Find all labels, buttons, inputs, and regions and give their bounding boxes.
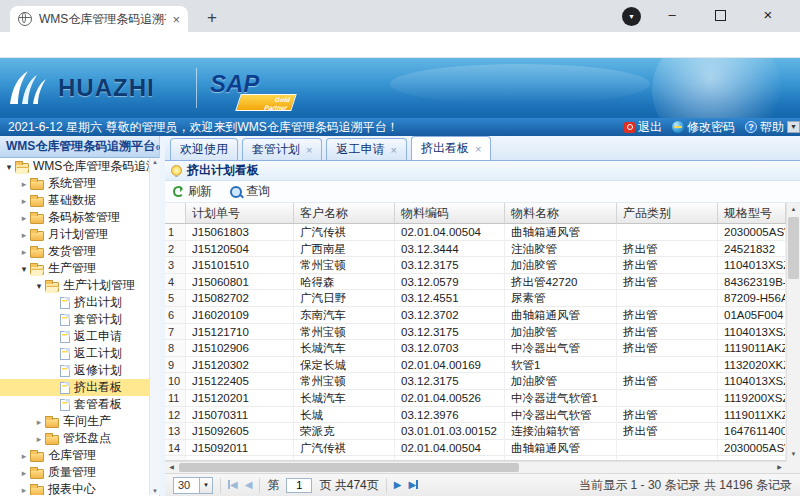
table-row[interactable]: 12J15070311长城03.12.3976中冷器出气软管挤出管1119011… xyxy=(165,407,786,424)
table-row[interactable]: 8J15102906长城汽车03.12.0703中冷器出气管挤出管1119011… xyxy=(165,340,786,357)
grid-header-产品类别[interactable]: 产品类别 xyxy=(617,203,718,224)
panel-title-bar: 挤出计划看板 xyxy=(165,161,800,181)
browser-tab-title: WMS仓库管理条码追溯平台 xyxy=(39,11,166,28)
query-button[interactable]: 查询 xyxy=(230,183,270,200)
tree-item-月计划管理[interactable]: ▸月计划管理 xyxy=(0,226,149,243)
row-number: 1 xyxy=(165,224,186,241)
tree-expander-icon[interactable]: ▾ xyxy=(3,162,15,172)
document-tab-挤出看板[interactable]: 挤出看板× xyxy=(411,136,491,160)
document-tab-返工申请[interactable]: 返工申请× xyxy=(326,138,406,160)
folder-icon xyxy=(30,486,44,496)
table-cell: 注油胶管 xyxy=(505,241,617,258)
tab-close-icon[interactable]: × xyxy=(306,144,312,156)
tab-close-icon[interactable]: × xyxy=(172,12,180,27)
scroll-right-icon[interactable]: ▶ xyxy=(773,462,786,473)
tree-item-套管看板[interactable]: 套管看板 xyxy=(0,396,149,413)
tree-item-车间生产[interactable]: ▸车间生产 xyxy=(0,413,149,430)
table-cell: 长城 xyxy=(294,407,395,424)
tree-item-生产计划管理[interactable]: ▾生产计划管理 xyxy=(0,277,149,294)
last-page-button[interactable]: ▶ xyxy=(408,477,418,493)
table-row[interactable]: 7J15121710常州宝顿03.12.3175加油胶管挤出管1104013XS… xyxy=(165,324,786,341)
window-minimize-button[interactable]: – xyxy=(652,0,692,30)
refresh-button[interactable]: 刷新 xyxy=(173,183,212,200)
tree-item-label: 发货管理 xyxy=(48,243,96,260)
tree-item-报表中心[interactable]: ▸报表中心 xyxy=(0,481,149,495)
new-tab-button[interactable]: + xyxy=(200,6,224,30)
tree-item-基础数据[interactable]: ▸基础数据 xyxy=(0,192,149,209)
tree-item-管坯盘点[interactable]: ▸管坯盘点 xyxy=(0,430,149,447)
grid-header-物料编码[interactable]: 物料编码 xyxy=(395,203,505,224)
header-collapse-button[interactable]: ▼ xyxy=(787,121,800,133)
help-button[interactable]: ? 帮助 xyxy=(745,118,784,136)
horizontal-scrollbar[interactable]: ◀ ▶ xyxy=(165,461,786,473)
table-row[interactable]: 13J15092605荣派克03.01.01.03.00152连接油箱软管挤出管… xyxy=(165,423,786,440)
change-password-button[interactable]: 修改密码 xyxy=(672,118,735,136)
vertical-scrollbar[interactable]: ▲ ▼ xyxy=(786,203,800,461)
search-icon xyxy=(230,186,242,198)
tree-expander-icon[interactable]: ▸ xyxy=(18,247,30,257)
tree-expander-icon[interactable]: ▸ xyxy=(18,196,30,206)
tab-close-icon[interactable]: × xyxy=(390,144,396,156)
window-maximize-button[interactable] xyxy=(700,0,740,30)
table-row[interactable]: 14J15092011广汽传祺02.01.04.00504曲轴箱通风管20300… xyxy=(165,440,786,457)
tree-item-套管计划[interactable]: 套管计划 xyxy=(0,311,149,328)
table-row[interactable]: 3J15101510常州宝顿03.12.3175加油胶管挤出管1104013XS… xyxy=(165,257,786,274)
grid-header-客户名称[interactable]: 客户名称 xyxy=(294,203,395,224)
table-cell: 挤出管 xyxy=(617,324,718,341)
page-number-input[interactable] xyxy=(286,478,312,493)
browser-tab[interactable]: WMS仓库管理条码追溯平台 × xyxy=(10,6,188,32)
tree-expander-icon[interactable]: ▾ xyxy=(18,264,30,274)
tree-expander-icon[interactable]: ▸ xyxy=(18,485,30,495)
logout-button[interactable]: 退出 xyxy=(624,118,662,136)
table-row[interactable]: 4J15060801哈得森03.12.0579挤出管42720挤出管843623… xyxy=(165,274,786,291)
document-tab-欢迎使用[interactable]: 欢迎使用 xyxy=(170,138,238,160)
page-size-select[interactable]: 30 ▼ xyxy=(173,477,213,494)
table-row[interactable]: 11J15120201长城汽车02.01.04.00526中冷器进气软管1111… xyxy=(165,390,786,407)
doc-icon xyxy=(60,314,70,326)
first-page-button[interactable]: ◀ xyxy=(228,477,238,493)
vertical-scrollbar-thumb[interactable] xyxy=(788,217,799,279)
table-row[interactable]: 9J15120302保定长城02.01.04.00169软管11132020XK… xyxy=(165,357,786,374)
scroll-down-icon[interactable]: ▼ xyxy=(787,448,800,461)
grid-header-规格型号[interactable]: 规格型号 xyxy=(718,203,786,224)
tree-expander-icon[interactable]: ▸ xyxy=(18,230,30,240)
scroll-left-icon[interactable]: ◀ xyxy=(165,462,178,473)
scroll-down-icon[interactable]: ▼ xyxy=(150,488,160,494)
tree-item-质量管理[interactable]: ▸质量管理 xyxy=(0,464,149,481)
horizontal-scrollbar-thumb[interactable] xyxy=(179,463,519,472)
grid-header-计划单号[interactable]: 计划单号 xyxy=(186,203,294,224)
table-row[interactable]: 5J15082702广汽日野03.12.4551尿素管87209-H56A1 xyxy=(165,290,786,307)
tree-item-返修计划[interactable]: 返修计划 xyxy=(0,362,149,379)
next-page-button[interactable]: ▶ xyxy=(394,477,402,493)
tree-item-挤出看板[interactable]: 挤出看板 xyxy=(0,379,149,396)
table-row[interactable]: 2J15120504广西南星03.12.3444注油胶管挤出管24521832 xyxy=(165,241,786,258)
tree-expander-icon[interactable]: ▾ xyxy=(33,281,45,291)
table-row[interactable]: 6J16020109东南汽车03.12.3702曲轴箱通风管挤出管01A05F0… xyxy=(165,307,786,324)
tree-item-仓库管理[interactable]: ▸仓库管理 xyxy=(0,447,149,464)
scroll-up-icon[interactable]: ▲ xyxy=(787,203,800,216)
prev-page-button[interactable]: ◀ xyxy=(245,477,253,493)
tree-item-返工计划[interactable]: 返工计划 xyxy=(0,345,149,362)
tree-expander-icon[interactable]: ▸ xyxy=(33,417,45,427)
table-row[interactable]: 10J15122405常州宝顿03.12.3175加油胶管挤出管1104013X… xyxy=(165,373,786,390)
window-close-button[interactable]: × xyxy=(748,0,788,30)
table-row[interactable]: 1J15061803广汽传祺02.01.04.00504曲轴箱通风管203000… xyxy=(165,224,786,241)
tree-item-发货管理[interactable]: ▸发货管理 xyxy=(0,243,149,260)
tree-expander-icon[interactable]: ▸ xyxy=(33,434,45,444)
browser-profile-icon[interactable]: ▼ xyxy=(622,7,641,26)
tree-item-WMS仓库管理条码追溯系统[interactable]: ▾WMS仓库管理条码追溯系统 xyxy=(0,158,149,175)
tree-item-系统管理[interactable]: ▸系统管理 xyxy=(0,175,149,192)
sidebar-scrollbar[interactable]: ▲ ▼ xyxy=(149,158,160,495)
tree-expander-icon[interactable]: ▸ xyxy=(18,213,30,223)
scroll-up-icon[interactable]: ▲ xyxy=(150,159,160,165)
tab-close-icon[interactable]: × xyxy=(475,143,481,155)
grid-header-物料名称[interactable]: 物料名称 xyxy=(505,203,617,224)
tree-item-条码标签管理[interactable]: ▸条码标签管理 xyxy=(0,209,149,226)
document-tab-套管计划[interactable]: 套管计划× xyxy=(242,138,322,160)
tree-expander-icon[interactable]: ▸ xyxy=(18,179,30,189)
tree-item-返工申请[interactable]: 返工申请 xyxy=(0,328,149,345)
tree-expander-icon[interactable]: ▸ xyxy=(18,451,30,461)
tree-item-生产管理[interactable]: ▾生产管理 xyxy=(0,260,149,277)
tree-item-挤出计划[interactable]: 挤出计划 xyxy=(0,294,149,311)
tree-expander-icon[interactable]: ▸ xyxy=(18,468,30,478)
